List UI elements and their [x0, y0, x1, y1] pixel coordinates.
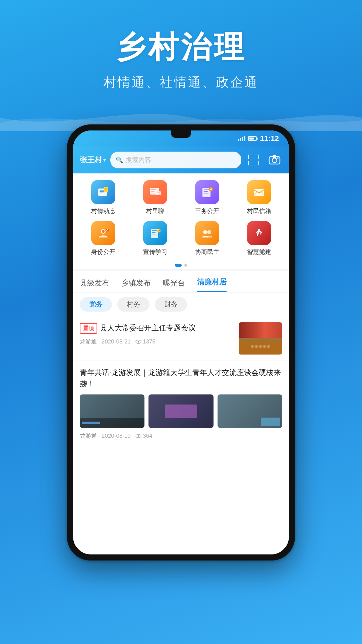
svg-rect-34 — [152, 232, 156, 233]
san-wu-label: 三务公开 — [195, 207, 219, 215]
app-item-zhi-hui[interactable]: 智慧党建 — [234, 221, 284, 256]
news-list: 置顶县人大常委召开主任专题会议 龙游通 2020-08-21 1375 — [73, 316, 289, 554]
news-item-2[interactable]: 青年共话·龙游发展｜龙游籍大学生青年人才交流座谈会硬核来袭！ — [73, 361, 289, 446]
village-chat-label: 村里聊 — [146, 207, 164, 215]
id-public-icon — [91, 221, 115, 245]
svg-point-43 — [137, 435, 139, 437]
header-icons — [246, 152, 282, 168]
svg-point-37 — [203, 230, 207, 234]
sub-tab-village-affairs[interactable]: 村务 — [117, 297, 149, 312]
svg-rect-20 — [151, 191, 155, 192]
news-item-2-title: 青年共话·龙游发展｜龙游籍大学生青年人才交流座谈会硬核来袭！ — [80, 367, 282, 390]
village-news-icon — [91, 180, 115, 204]
mailbox-icon — [247, 180, 271, 204]
svg-rect-5 — [248, 161, 249, 165]
mailbox-label: 村民信箱 — [247, 207, 271, 215]
news-date-2: 2020-08-19 — [102, 433, 131, 439]
zhi-hui-icon — [247, 221, 271, 245]
app-item-san-wu[interactable]: 三务公开 — [182, 180, 232, 215]
news-thumb-2c — [218, 394, 282, 428]
status-time: 11:12 — [260, 134, 279, 143]
sub-tab-party[interactable]: 党务 — [80, 297, 112, 312]
dot-1 — [175, 264, 182, 267]
xie-shang-label: 协商民主 — [195, 248, 219, 256]
san-wu-icon — [195, 180, 219, 204]
dot-2 — [184, 264, 187, 267]
app-grid: 村情动态 村里 — [73, 180, 289, 256]
village-chat-icon — [143, 180, 167, 204]
phone-screen: 11:12 张王村 ▾ 🔍 搜索内容 — [73, 130, 289, 554]
tab-spotlight[interactable]: 曝光台 — [163, 278, 185, 292]
app-item-village-chat[interactable]: 村里聊 — [130, 180, 180, 215]
app-item-xuan-chuan[interactable]: 宣传学习 — [130, 221, 180, 256]
news-views-2: 364 — [135, 433, 152, 439]
news-item-2-meta: 龙游通 2020-08-19 364 — [80, 432, 282, 440]
svg-rect-8 — [248, 160, 259, 160]
svg-point-27 — [209, 187, 213, 191]
news-thumb-2a — [80, 394, 144, 428]
main-tabs: 县级发布 乡镇发布 曝光台 清廉村居 — [73, 271, 289, 292]
xuan-chuan-icon — [143, 221, 167, 245]
app-item-xie-shang[interactable]: 协商民主 — [182, 221, 232, 256]
app-item-village-news[interactable]: 村情动态 — [78, 180, 128, 215]
svg-rect-25 — [204, 191, 208, 192]
signal-icon — [238, 136, 245, 141]
xuan-chuan-label: 宣传学习 — [143, 248, 167, 256]
scan-button[interactable] — [246, 152, 261, 168]
page-dots — [73, 260, 289, 269]
svg-rect-14 — [100, 190, 104, 191]
phone-frame: 11:12 张王村 ▾ 🔍 搜索内容 — [67, 124, 295, 560]
battery-icon — [248, 136, 257, 141]
svg-rect-35 — [152, 234, 156, 234]
app-subtitle: 村情通、社情通、政企通 — [104, 74, 258, 91]
news-item-1-title: 置顶县人大常委召开主任专题会议 — [80, 322, 233, 334]
pinned-badge: 置顶 — [80, 323, 97, 334]
zhi-hui-label: 智慧党建 — [247, 248, 271, 256]
search-icon: 🔍 — [116, 156, 123, 164]
svg-point-41 — [137, 341, 139, 342]
village-selector[interactable]: 张王村 ▾ — [80, 155, 106, 165]
news-views-1: 1375 — [135, 338, 156, 345]
id-public-label: 身份公开 — [91, 248, 115, 256]
news-date-1: 2020-08-21 — [102, 338, 131, 345]
svg-rect-22 — [157, 193, 160, 193]
camera-button[interactable] — [267, 152, 282, 168]
svg-point-30 — [102, 230, 105, 233]
svg-rect-16 — [100, 193, 104, 193]
village-news-label: 村情动态 — [91, 207, 115, 215]
svg-rect-24 — [204, 190, 209, 190]
svg-rect-1 — [248, 155, 249, 159]
svg-rect-32 — [151, 229, 158, 238]
sub-tabs: 党务 村务 财务 — [73, 292, 289, 316]
svg-point-12 — [277, 157, 279, 159]
app-item-mailbox[interactable]: 村民信箱 — [234, 180, 284, 215]
village-name: 张王村 — [80, 155, 102, 165]
app-grid-section: 村情动态 村里 — [73, 173, 289, 260]
tab-qinglian[interactable]: 清廉村居 — [197, 277, 227, 292]
svg-rect-33 — [152, 230, 157, 231]
news-item-1-meta: 龙游通 2020-08-21 1375 — [80, 338, 233, 345]
news-item-1[interactable]: 置顶县人大常委召开主任专题会议 龙游通 2020-08-21 1375 — [73, 316, 289, 361]
tab-county[interactable]: 县级发布 — [80, 278, 109, 292]
svg-point-10 — [272, 158, 277, 163]
thumb-meeting-visual — [239, 322, 282, 355]
news-thumb-2b — [148, 394, 213, 428]
news-source-1: 龙游通 — [80, 338, 97, 345]
tab-township[interactable]: 乡镇发布 — [121, 278, 151, 292]
news-source-2: 龙游通 — [80, 432, 97, 440]
svg-point-38 — [207, 230, 211, 234]
svg-rect-19 — [151, 190, 156, 190]
svg-rect-26 — [204, 193, 208, 194]
news-thumb-1 — [239, 322, 282, 355]
search-bar[interactable]: 🔍 搜索内容 — [110, 152, 241, 168]
sub-tab-finance[interactable]: 财务 — [155, 297, 187, 312]
status-icons — [238, 136, 257, 141]
svg-rect-3 — [258, 155, 259, 159]
news-item-1-content: 置顶县人大常委召开主任专题会议 龙游通 2020-08-21 1375 — [80, 322, 233, 345]
phone-notch — [171, 130, 191, 138]
main-tabs-section: 县级发布 乡镇发布 曝光台 清廉村居 — [73, 271, 289, 292]
hero-section: 乡村治理 村情通、社情通、政企通 — [0, 0, 362, 91]
phone-wrapper: 11:12 张王村 ▾ 🔍 搜索内容 — [67, 124, 295, 560]
app-item-id-public[interactable]: 身份公开 — [78, 221, 128, 256]
search-placeholder: 搜索内容 — [126, 156, 151, 164]
